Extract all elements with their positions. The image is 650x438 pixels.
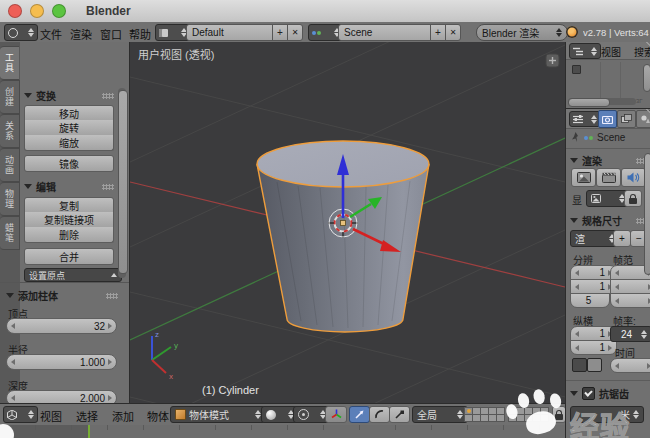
decrement-icon[interactable] <box>615 298 619 304</box>
delete-button[interactable]: 删除 <box>24 227 114 243</box>
menu-view[interactable]: 视图 <box>38 408 64 424</box>
timeline[interactable] <box>0 425 565 438</box>
render-animation-button[interactable] <box>596 168 621 187</box>
add-screen-layout-button[interactable]: + <box>272 24 288 41</box>
maximize-window-button[interactable] <box>52 4 66 18</box>
layer-cell[interactable] <box>496 414 505 422</box>
scene-name-field[interactable]: Scene <box>338 24 440 41</box>
decrement-icon[interactable] <box>615 270 619 276</box>
manipulator-scale-button[interactable] <box>389 406 410 423</box>
radius-field[interactable]: 1.000 <box>6 354 117 370</box>
transform-orientation-dropdown[interactable]: 全局 <box>412 406 468 423</box>
plus-icon: + <box>435 27 441 38</box>
tool-shelf-scrollbar-thumb[interactable] <box>118 90 128 274</box>
preset-add-button[interactable]: + <box>613 230 631 247</box>
outliner-vscrollbar-thumb[interactable] <box>643 64 650 92</box>
tab-animation[interactable]: 动画 <box>0 148 20 182</box>
frame-end-field[interactable] <box>610 279 650 294</box>
outliner-item-icon[interactable] <box>572 65 581 74</box>
pin-icon[interactable] <box>571 132 580 143</box>
decrement-icon[interactable] <box>615 363 619 369</box>
increment-icon[interactable] <box>608 345 612 351</box>
increment-icon[interactable] <box>108 395 112 401</box>
vertices-field[interactable]: 32 <box>6 318 117 334</box>
editor-type-button-info[interactable] <box>4 24 38 41</box>
render-still-button[interactable] <box>571 168 596 187</box>
panel-grip-icon <box>106 293 118 299</box>
render-audio-button[interactable] <box>621 168 646 187</box>
panel-header-add-cylinder[interactable]: 添加柱体 <box>6 288 118 303</box>
manipulator-translate-button[interactable] <box>349 406 370 423</box>
time-new-field[interactable] <box>629 358 650 373</box>
minimize-window-button[interactable] <box>30 4 44 18</box>
tab-render[interactable] <box>598 110 617 128</box>
frame-step-field[interactable] <box>610 293 650 308</box>
mirror-button[interactable]: 镜像 <box>24 155 114 172</box>
menu-select[interactable]: 选择 <box>74 408 100 424</box>
panel-title: 变换 <box>36 88 56 103</box>
screen-layout-name-field[interactable]: Default <box>186 24 282 41</box>
panel-header-render[interactable]: 渲染 <box>570 153 648 168</box>
3d-viewport[interactable]: z y x 用户视图 (透视) (1) Cylinder <box>130 42 565 403</box>
manipulator-toggle-button[interactable] <box>325 406 347 423</box>
layers-widget-group-1[interactable] <box>464 407 503 420</box>
info-icon <box>8 28 18 38</box>
menu-file[interactable]: 文件 <box>38 26 64 42</box>
manipulator-axes-icon <box>331 409 342 420</box>
display-lock-button[interactable] <box>624 190 642 207</box>
tab-create[interactable]: 创建 <box>0 80 20 114</box>
editor-type-button-properties[interactable] <box>569 111 601 127</box>
menu-help[interactable]: 帮助 <box>127 26 153 42</box>
menu-add[interactable]: 添加 <box>110 408 136 424</box>
menu-object[interactable]: 物体 <box>145 408 171 424</box>
add-scene-button[interactable]: + <box>430 24 446 41</box>
join-button[interactable]: 合并 <box>24 248 114 265</box>
manipulator-rotate-button[interactable] <box>369 406 390 423</box>
outliner-menu-view[interactable]: 视图 <box>599 44 623 59</box>
tab-grease-pencil[interactable]: 蜡笔 <box>0 216 20 250</box>
menu-window[interactable]: 窗口 <box>98 26 124 42</box>
tab-relations[interactable]: 关系 <box>0 114 20 148</box>
fps-field[interactable]: 24 <box>610 326 650 342</box>
collapse-triangle-icon <box>570 158 578 163</box>
set-origin-dropdown[interactable]: 设置原点 <box>24 268 122 282</box>
decrement-icon[interactable] <box>615 284 619 290</box>
scale-button[interactable]: 缩放 <box>24 135 114 151</box>
panel-header-transform[interactable]: 变换 <box>24 88 114 103</box>
mode-dropdown[interactable]: 物体模式 <box>170 406 266 423</box>
outliner-hscrollbar-thumb[interactable] <box>568 98 610 107</box>
duplicate-linked-button[interactable]: 复制链接项 <box>24 212 114 228</box>
editor-type-button-outliner[interactable] <box>569 43 601 59</box>
antialiasing-checkbox[interactable] <box>582 387 595 400</box>
aspect-y-field[interactable]: 1 <box>570 340 617 355</box>
properties-scrollbar-thumb[interactable] <box>644 153 650 275</box>
delete-scene-button[interactable]: ✕ <box>445 24 461 41</box>
increment-icon[interactable] <box>108 359 112 365</box>
chevron-down-icon <box>591 120 597 124</box>
menu-render[interactable]: 渲染 <box>68 26 94 42</box>
panel-header-edit[interactable]: 编辑 <box>24 179 114 194</box>
crop-toggle[interactable] <box>587 358 602 372</box>
breadcrumb-scene[interactable]: Scene <box>597 132 625 143</box>
tab-tools[interactable]: 工具 <box>0 46 19 80</box>
tab-physics[interactable]: 物理 <box>0 182 20 216</box>
outliner-tree-area[interactable]: 3Γ <box>566 60 650 108</box>
increment-icon[interactable] <box>108 323 112 329</box>
stepper-down-icon[interactable] <box>641 335 647 339</box>
right-column: 视图 搜索 3Γ <box>565 42 650 438</box>
render-engine-selector[interactable]: Blender 渲染 <box>476 24 568 41</box>
chevron-down-icon <box>457 415 463 419</box>
delete-screen-layout-button[interactable]: ✕ <box>287 24 303 41</box>
rotate-button[interactable]: 旋转 <box>24 120 114 136</box>
stepper-up-icon[interactable] <box>641 330 647 334</box>
region-expand-handle[interactable] <box>546 54 559 67</box>
editor-type-button-3d-view[interactable] <box>3 406 38 423</box>
resolution-percentage-field[interactable]: 5 <box>570 293 610 308</box>
chevron-up-icon <box>457 410 463 414</box>
close-window-button[interactable] <box>8 4 22 18</box>
current-frame-marker[interactable] <box>88 425 90 438</box>
panel-header-dimensions[interactable]: 规格尺寸 <box>570 213 648 228</box>
tab-render-layers[interactable] <box>617 110 636 128</box>
border-toggle[interactable] <box>572 358 587 372</box>
panel-header-antialiasing[interactable]: 抗锯齿 <box>570 386 629 401</box>
